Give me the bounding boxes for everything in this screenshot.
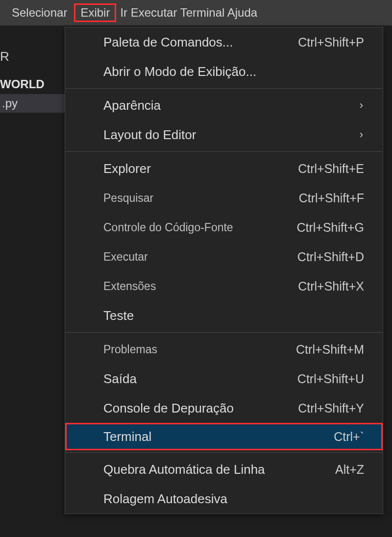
menu-item-label: Terminal <box>103 429 334 444</box>
menu-item-shortcut: Ctrl+Shift+E <box>298 162 364 176</box>
sidebar-letter: R <box>0 49 9 64</box>
menu-item-label: Controle do Código-Fonte <box>103 221 296 234</box>
separator <box>65 332 383 333</box>
menu-search[interactable]: Pesquisar Ctrl+Shift+F <box>65 183 383 213</box>
menu-item-label: Saída <box>103 371 297 387</box>
menu-item-label: Pesquisar <box>103 192 299 205</box>
menu-item-label: Aparência <box>103 98 360 113</box>
menu-item-label: Problemas <box>103 343 296 356</box>
menu-appearance[interactable]: Aparência › <box>65 91 383 120</box>
menu-run[interactable]: Executar Ctrl+Shift+D <box>65 242 383 271</box>
menu-explorer[interactable]: Explorer Ctrl+Shift+E <box>65 154 383 183</box>
sidebar-file[interactable]: .py <box>0 94 65 113</box>
menu-debug-console[interactable]: Console de Depuração Ctrl+Shift+Y <box>65 393 383 423</box>
menu-item-shortcut: Ctrl+Shift+G <box>296 220 364 235</box>
menu-item-label: Teste <box>103 308 364 323</box>
menu-item-shortcut: Ctrl+Shift+U <box>297 372 364 386</box>
menu-word-wrap[interactable]: Quebra Automática de Linha Alt+Z <box>65 455 383 484</box>
menu-item-shortcut: Ctrl+Shift+M <box>296 342 364 357</box>
menu-item-label: Console de Depuração <box>103 401 298 416</box>
menu-item-shortcut: Ctrl+Shift+P <box>298 35 364 49</box>
separator <box>65 88 383 89</box>
menu-source-control[interactable]: Controle do Código-Fonte Ctrl+Shift+G <box>65 213 383 242</box>
menu-terminal[interactable]: Terminal Ctrl+` <box>65 423 383 450</box>
menu-problems[interactable]: Problemas Ctrl+Shift+M <box>65 335 383 364</box>
menu-item-label: Executar <box>103 250 297 264</box>
menu-item-label: Rolagem Autoadesiva <box>103 491 364 507</box>
menu-exibir[interactable]: Exibir <box>74 3 116 22</box>
separator <box>65 452 383 453</box>
menu-editor-layout[interactable]: Layout do Editor › <box>65 120 383 149</box>
menu-extensions[interactable]: Extensões Ctrl+Shift+X <box>65 271 383 301</box>
view-dropdown: Paleta de Comandos... Ctrl+Shift+P Abrir… <box>65 27 383 514</box>
chevron-right-icon: › <box>360 99 364 112</box>
menu-command-palette[interactable]: Paleta de Comandos... Ctrl+Shift+P <box>65 27 383 57</box>
menu-test[interactable]: Teste <box>65 301 383 330</box>
menu-rest[interactable]: Ir Executar Terminal Ajuda <box>116 4 264 22</box>
menu-bar: Selecionar Exibir Ir Executar Terminal A… <box>0 0 392 25</box>
menu-item-shortcut: Alt+Z <box>335 463 364 477</box>
menu-output[interactable]: Saída Ctrl+Shift+U <box>65 364 383 393</box>
chevron-right-icon: › <box>360 128 364 141</box>
menu-item-shortcut: Ctrl+Shift+Y <box>298 401 364 415</box>
sidebar-folder: WORLD <box>0 77 45 91</box>
menu-open-view[interactable]: Abrir o Modo de Exibição... <box>65 57 383 86</box>
menu-item-shortcut: Ctrl+` <box>334 430 364 444</box>
menu-item-shortcut: Ctrl+Shift+D <box>297 250 364 264</box>
menu-item-label: Abrir o Modo de Exibição... <box>103 64 364 79</box>
menu-item-label: Explorer <box>103 161 298 176</box>
menu-item-shortcut: Ctrl+Shift+X <box>298 279 364 293</box>
menu-item-label: Layout do Editor <box>103 127 360 143</box>
separator <box>65 151 383 152</box>
menu-item-label: Paleta de Comandos... <box>103 35 298 50</box>
menu-item-label: Quebra Automática de Linha <box>103 462 335 477</box>
menu-item-label: Extensões <box>103 280 298 293</box>
menu-sticky-scroll[interactable]: Rolagem Autoadesiva <box>65 484 383 513</box>
menu-selecionar[interactable]: Selecionar <box>5 4 74 22</box>
menu-item-shortcut: Ctrl+Shift+F <box>299 191 364 205</box>
